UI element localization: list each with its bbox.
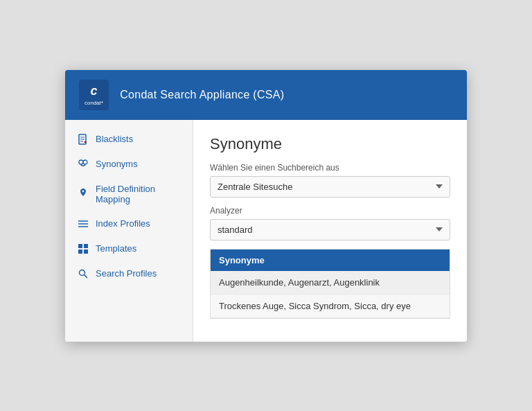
synonyms-icon	[78, 159, 89, 170]
sidebar: Blacklists Synonyms Fi	[65, 120, 193, 342]
logo-text: condat*	[85, 100, 103, 106]
search-profiles-icon	[78, 268, 89, 279]
sidebar-label-templates: Templates	[96, 243, 136, 254]
svg-point-7	[83, 160, 87, 164]
suchbereich-select[interactable]: Zentrale Sitesuche	[210, 176, 450, 198]
logo-container: c condat*	[79, 80, 109, 110]
logo-icon: c	[91, 84, 98, 98]
svg-point-15	[80, 270, 85, 275]
app-window: c condat* Condat Search Appliance (CSA)	[65, 70, 467, 342]
svg-rect-11	[78, 244, 82, 248]
app-header: c condat* Condat Search Appliance (CSA)	[65, 70, 467, 120]
analyzer-label: Analyzer	[210, 206, 450, 216]
main-content: Synonyme Wählen Sie einen Suchbereich au…	[193, 120, 467, 342]
sidebar-item-templates[interactable]: Templates	[65, 236, 193, 261]
sidebar-label-search-profiles: Search Profiles	[96, 268, 157, 279]
suchbereich-label: Wählen Sie einen Suchbereich aus	[210, 163, 450, 173]
sidebar-label-blacklists: Blacklists	[96, 134, 133, 144]
synonym-table: Synonyme Augenheilkunde, Augenarzt, Auge…	[210, 249, 450, 319]
svg-rect-12	[84, 244, 88, 248]
sidebar-label-synonyms: Synonyms	[96, 159, 138, 169]
sidebar-item-search-profiles[interactable]: Search Profiles	[65, 261, 193, 286]
sidebar-label-field-definition-mapping: Field Definition Mapping	[96, 184, 180, 204]
app-body: Blacklists Synonyms Fi	[65, 120, 467, 342]
templates-icon	[78, 243, 89, 254]
svg-rect-13	[78, 250, 82, 254]
svg-line-16	[85, 274, 88, 278]
index-profiles-icon	[78, 218, 89, 229]
analyzer-select[interactable]: standard	[210, 219, 450, 241]
app-title: Condat Search Appliance (CSA)	[120, 89, 284, 101]
synonyme-section-header: Synonyme	[211, 250, 450, 271]
sidebar-item-field-definition-mapping[interactable]: Field Definition Mapping	[65, 177, 193, 211]
blacklist-icon	[78, 134, 89, 145]
analyzer-group: Analyzer standard	[210, 206, 450, 249]
sidebar-label-index-profiles: Index Profiles	[96, 218, 150, 229]
synonym-row: Augenheilkunde, Augenarzt, Augenklinik	[211, 271, 450, 295]
field-definition-icon	[78, 189, 89, 200]
sidebar-item-index-profiles[interactable]: Index Profiles	[65, 211, 193, 236]
svg-rect-14	[84, 250, 88, 254]
sidebar-item-synonyms[interactable]: Synonyms	[65, 152, 193, 177]
synonym-row: Trockenes Auge, Sicca Syndrom, Sicca, dr…	[211, 295, 450, 318]
suchbereich-group: Wählen Sie einen Suchbereich aus Zentral…	[210, 163, 450, 206]
svg-point-6	[79, 160, 83, 164]
sidebar-item-blacklists[interactable]: Blacklists	[65, 127, 193, 152]
page-title: Synonyme	[210, 135, 450, 153]
